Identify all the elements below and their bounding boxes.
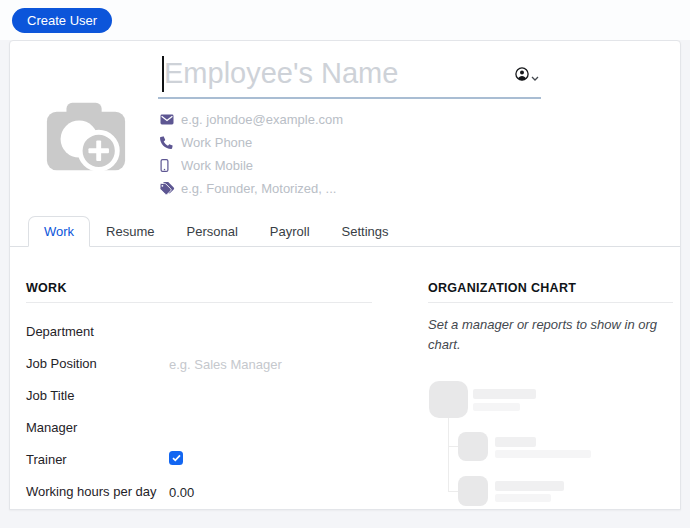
department-input[interactable] — [169, 323, 339, 342]
field-label: Working hours per day — [26, 483, 169, 502]
job-title-field: Job Title — [26, 387, 372, 406]
employee-name-field[interactable] — [158, 53, 541, 99]
trainer-field: Trainer — [26, 451, 372, 470]
chevron-down-icon — [531, 67, 539, 85]
tab-resume[interactable]: Resume — [90, 216, 170, 247]
work-section-title: WORK — [26, 281, 372, 295]
camera-plus-icon — [43, 170, 129, 187]
user-circle-icon — [515, 67, 529, 85]
department-field: Department — [26, 323, 372, 342]
employee-form-sheet: Work Resume Personal Payroll Settings WO… — [9, 40, 681, 510]
work-email-field[interactable] — [158, 108, 541, 131]
manager-input[interactable] — [169, 419, 339, 438]
top-toolbar: Create User — [0, 0, 690, 40]
org-node-avatar — [458, 432, 488, 461]
add-photo-button[interactable] — [43, 96, 129, 184]
tab-work[interactable]: Work — [28, 216, 90, 247]
working-hours-field: Working hours per day — [26, 483, 372, 502]
text-cursor — [162, 56, 164, 92]
org-node-avatar — [458, 476, 488, 506]
work-mobile-input[interactable] — [181, 158, 481, 173]
notebook-tabs: Work Resume Personal Payroll Settings — [10, 216, 680, 247]
tags-field[interactable] — [158, 177, 541, 200]
work-mobile-field[interactable] — [158, 154, 541, 177]
mobile-icon — [160, 159, 181, 172]
tab-payroll[interactable]: Payroll — [254, 216, 326, 247]
work-email-input[interactable] — [181, 112, 481, 127]
org-chart-placeholder — [428, 371, 673, 511]
phone-icon — [160, 136, 181, 149]
org-chart-section: ORGANIZATION CHART Set a manager or repo… — [428, 281, 673, 515]
trainer-checkbox[interactable] — [169, 451, 183, 465]
org-node-avatar — [429, 381, 468, 418]
work-phone-field[interactable] — [158, 131, 541, 154]
field-label: Job Title — [26, 387, 169, 406]
manager-field: Manager — [26, 419, 372, 438]
org-section-title: ORGANIZATION CHART — [428, 281, 673, 295]
work-section: WORK Department Job Position Job Title M… — [26, 281, 372, 515]
work-phone-input[interactable] — [181, 135, 481, 150]
field-label: Manager — [26, 419, 169, 438]
tags-input[interactable] — [181, 181, 481, 196]
section-divider — [428, 302, 673, 303]
tags-icon — [160, 182, 181, 195]
job-title-input[interactable] — [169, 387, 339, 406]
job-position-input[interactable] — [169, 355, 339, 374]
org-chart-note: Set a manager or reports to show in org … — [428, 315, 668, 355]
form-header — [10, 41, 680, 200]
tab-personal[interactable]: Personal — [171, 216, 254, 247]
tab-settings[interactable]: Settings — [326, 216, 405, 247]
section-divider — [26, 302, 372, 303]
field-label: Job Position — [26, 355, 169, 374]
employee-type-toggle[interactable] — [515, 67, 539, 85]
job-position-field: Job Position — [26, 355, 372, 374]
employee-name-input[interactable] — [158, 53, 458, 90]
create-user-button[interactable]: Create User — [12, 8, 112, 33]
envelope-icon — [160, 114, 181, 125]
field-label: Department — [26, 323, 169, 342]
working-hours-input[interactable] — [169, 483, 339, 502]
field-label: Trainer — [26, 451, 169, 470]
